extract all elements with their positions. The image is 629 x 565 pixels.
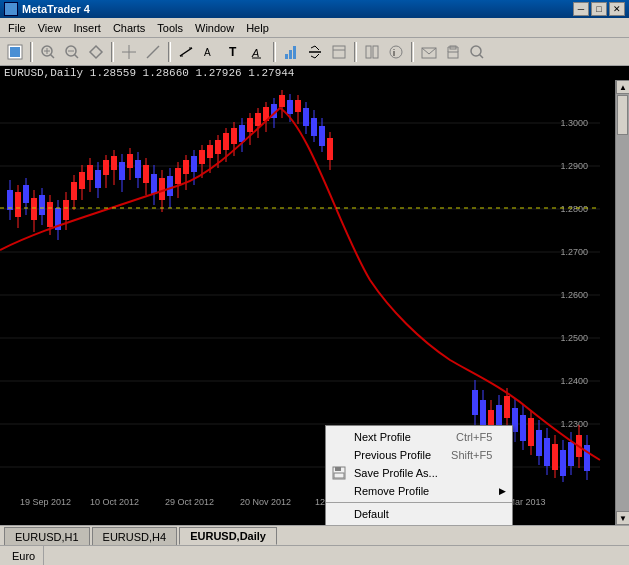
- svg-rect-66: [31, 198, 37, 220]
- context-menu-next-profile[interactable]: Next Profile Ctrl+F5: [326, 428, 512, 446]
- svg-rect-106: [191, 156, 197, 172]
- svg-marker-9: [90, 46, 102, 58]
- tabbar: EURUSD,H1 EURUSD,H4 EURUSD,Daily: [0, 525, 629, 545]
- tab-eurusd-daily[interactable]: EURUSD,Daily: [179, 527, 277, 545]
- svg-rect-80: [87, 165, 93, 180]
- svg-rect-112: [215, 140, 221, 154]
- svg-rect-160: [544, 438, 550, 466]
- scroll-down-button[interactable]: ▼: [616, 511, 629, 525]
- svg-line-34: [480, 54, 484, 58]
- toolbar-separator-2: [111, 42, 114, 62]
- svg-rect-142: [472, 390, 478, 415]
- tab-eurusd-h1[interactable]: EURUSD,H1: [4, 527, 90, 545]
- fib-button[interactable]: A: [199, 41, 221, 63]
- svg-rect-86: [111, 156, 117, 170]
- svg-rect-90: [127, 154, 133, 168]
- indicator-button[interactable]: [280, 41, 302, 63]
- svg-rect-134: [303, 108, 309, 126]
- svg-rect-60: [7, 190, 13, 210]
- vertical-scrollbar[interactable]: ▲ ▼: [615, 80, 629, 525]
- svg-rect-136: [311, 118, 317, 136]
- svg-rect-102: [175, 168, 181, 184]
- svg-rect-24: [333, 46, 345, 58]
- statusbar: Euro: [0, 545, 629, 565]
- print-button[interactable]: [442, 41, 464, 63]
- svg-rect-27: [373, 46, 378, 58]
- text-button[interactable]: T: [223, 41, 245, 63]
- text2-button[interactable]: A: [247, 41, 269, 63]
- minimize-button[interactable]: ─: [573, 2, 589, 16]
- menu-window[interactable]: Window: [189, 20, 240, 36]
- toolbar-separator-6: [411, 42, 414, 62]
- default-label: Default: [354, 508, 389, 520]
- magnify-button[interactable]: [466, 41, 488, 63]
- svg-rect-96: [151, 174, 157, 194]
- chart-infobar: EURUSD,Daily 1.28559 1.28660 1.27926 1.2…: [0, 66, 629, 80]
- svg-text:10 Oct 2012: 10 Oct 2012: [90, 497, 139, 507]
- email-button[interactable]: [418, 41, 440, 63]
- svg-rect-94: [143, 165, 149, 183]
- maximize-button[interactable]: □: [591, 2, 607, 16]
- period-button[interactable]: [304, 41, 326, 63]
- context-menu-remove-profile[interactable]: Remove Profile ▶: [326, 482, 512, 500]
- svg-rect-1: [10, 47, 20, 57]
- svg-point-28: [390, 46, 402, 58]
- svg-rect-173: [335, 467, 341, 471]
- context-menu-save-profile[interactable]: Save Profile As...: [326, 464, 512, 482]
- context-menu-previous-profile[interactable]: Previous Profile Shift+F5: [326, 446, 512, 464]
- price-chart[interactable]: 1.3000 1.2900 1.2800 1.2700 1.2600 1.250…: [0, 80, 615, 510]
- svg-rect-114: [223, 133, 229, 150]
- context-menu: Next Profile Ctrl+F5 Previous Profile Sh…: [325, 425, 513, 525]
- svg-text:A: A: [251, 47, 259, 59]
- svg-line-12: [147, 46, 159, 58]
- svg-text:29 Oct 2012: 29 Oct 2012: [165, 497, 214, 507]
- save-profile-icon: [330, 465, 348, 481]
- svg-rect-118: [239, 125, 245, 142]
- svg-rect-128: [279, 95, 285, 107]
- menu-help[interactable]: Help: [240, 20, 275, 36]
- svg-text:1.2900: 1.2900: [560, 161, 588, 171]
- properties-button[interactable]: [361, 41, 383, 63]
- svg-rect-130: [287, 100, 293, 114]
- line-button[interactable]: [142, 41, 164, 63]
- scroll-button[interactable]: [85, 41, 107, 63]
- svg-line-3: [51, 54, 55, 58]
- context-menu-british-pound[interactable]: British Pound: [326, 523, 512, 525]
- new-chart-button[interactable]: [4, 41, 26, 63]
- svg-rect-70: [47, 202, 53, 227]
- svg-text:1.2600: 1.2600: [560, 290, 588, 300]
- menu-file[interactable]: File: [2, 20, 32, 36]
- next-profile-label: Next Profile: [354, 431, 411, 443]
- remove-profile-arrow: ▶: [499, 486, 506, 496]
- close-button[interactable]: ✕: [609, 2, 625, 16]
- line-tool-button[interactable]: [175, 41, 197, 63]
- svg-text:1.2300: 1.2300: [560, 419, 588, 429]
- tab-eurusd-h4[interactable]: EURUSD,H4: [92, 527, 178, 545]
- zoom-in-button[interactable]: [37, 41, 59, 63]
- menu-tools[interactable]: Tools: [151, 20, 189, 36]
- toolbar-separator-1: [30, 42, 33, 62]
- svg-rect-158: [536, 430, 542, 456]
- svg-line-7: [75, 54, 79, 58]
- svg-rect-98: [159, 178, 165, 200]
- svg-rect-162: [552, 444, 558, 470]
- svg-rect-108: [199, 150, 205, 164]
- template-button[interactable]: [328, 41, 350, 63]
- context-menu-default[interactable]: Default: [326, 505, 512, 523]
- zoom-out-button[interactable]: [61, 41, 83, 63]
- menu-charts[interactable]: Charts: [107, 20, 151, 36]
- expert-button[interactable]: i: [385, 41, 407, 63]
- scroll-up-button[interactable]: ▲: [616, 80, 629, 94]
- titlebar-title: MetaTrader 4: [22, 3, 573, 15]
- svg-text:19 Sep 2012: 19 Sep 2012: [20, 497, 71, 507]
- menu-view[interactable]: View: [32, 20, 68, 36]
- menu-insert[interactable]: Insert: [67, 20, 107, 36]
- svg-rect-104: [183, 160, 189, 174]
- scroll-thumb[interactable]: [617, 95, 628, 135]
- svg-text:T: T: [229, 45, 237, 59]
- crosshair-button[interactable]: [118, 41, 140, 63]
- svg-rect-22: [293, 46, 296, 59]
- svg-rect-122: [255, 113, 261, 126]
- svg-text:1.2500: 1.2500: [560, 333, 588, 343]
- next-profile-shortcut: Ctrl+F5: [436, 431, 492, 443]
